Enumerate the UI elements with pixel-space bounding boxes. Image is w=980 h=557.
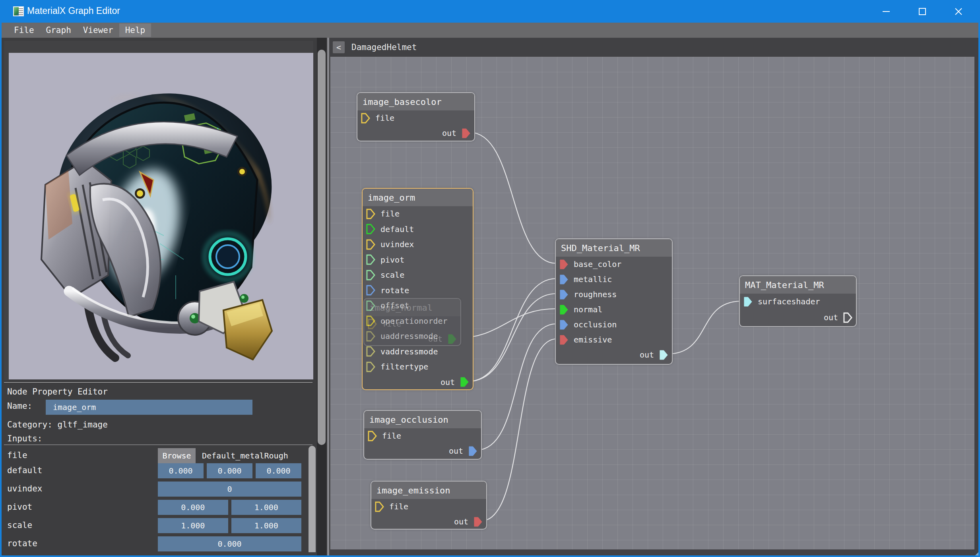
inputs-scrollbar[interactable]: [309, 446, 316, 552]
node-pin-icon[interactable]: [361, 113, 370, 124]
node-port-scale[interactable]: scale: [363, 267, 473, 283]
input-row-fields-uvindex: 0: [158, 482, 301, 497]
graph-node-image_normal[interactable]: image_normalfileout: [363, 298, 461, 346]
node-pin-icon[interactable]: [375, 501, 384, 512]
close-button[interactable]: [945, 0, 972, 23]
node-pin-icon[interactable]: [659, 350, 668, 360]
node-port-surfaceshader[interactable]: surfaceshader: [740, 294, 856, 309]
value-field[interactable]: 0.000: [158, 463, 204, 478]
menu-file[interactable]: File: [8, 23, 40, 37]
graph-node-MAT_Material_MR[interactable]: MAT_Material_MRsurfaceshaderout: [739, 275, 857, 327]
node-pin-icon[interactable]: [366, 239, 375, 250]
node-pin-icon[interactable]: [368, 431, 377, 441]
category-label: Category: gltf_image: [7, 420, 108, 429]
graph-node-SHD_Material_MR[interactable]: SHD_Material_MRbase_colormetallicroughne…: [555, 238, 673, 365]
value-field[interactable]: 0.000: [256, 463, 301, 478]
window-resize-grip[interactable]: [974, 551, 980, 557]
node-port-occlusion[interactable]: occlusion: [556, 317, 672, 332]
node-pin-icon[interactable]: [743, 296, 753, 307]
port-label: out: [640, 350, 654, 360]
node-port-out[interactable]: out: [357, 126, 474, 141]
input-row-fields-rotate: 0.000: [158, 536, 301, 551]
node-pin-icon[interactable]: [559, 259, 569, 270]
node-title[interactable]: SHD_Material_MR: [556, 239, 672, 257]
node-pin-icon[interactable]: [559, 289, 569, 300]
node-port-out[interactable]: out: [363, 375, 473, 390]
render-viewport-3d[interactable]: [9, 53, 313, 379]
node-pin-icon[interactable]: [366, 362, 375, 372]
node-title[interactable]: image_emission: [371, 482, 486, 499]
node-port-file[interactable]: file: [371, 499, 486, 514]
node-port-file[interactable]: file: [364, 428, 481, 443]
browse-button[interactable]: Browse: [158, 448, 196, 463]
node-port-uvindex[interactable]: uvindex: [363, 237, 473, 252]
value-field[interactable]: 0: [158, 482, 301, 497]
value-field[interactable]: 1.000: [231, 500, 302, 515]
node-pin-icon[interactable]: [559, 319, 569, 330]
graph-canvas[interactable]: image_basecolorfileoutimage_ormfiledefau…: [330, 57, 974, 549]
node-port-base_color[interactable]: base_color: [556, 257, 672, 272]
node-title[interactable]: image_basecolor: [357, 93, 474, 110]
value-field[interactable]: 0.000: [158, 500, 228, 515]
value-field[interactable]: 1.000: [158, 518, 228, 533]
value-field[interactable]: 1.000: [231, 518, 302, 533]
graph-node-image_orm[interactable]: image_ormfiledefaultuvindexpivotscalerot…: [362, 188, 474, 390]
node-port-out[interactable]: out: [364, 331, 460, 346]
node-port-pivot[interactable]: pivot: [363, 252, 473, 268]
node-port-rotate[interactable]: rotate: [363, 283, 473, 298]
node-pin-icon[interactable]: [366, 254, 375, 265]
node-pin-icon[interactable]: [460, 377, 469, 387]
node-pin-icon[interactable]: [559, 274, 569, 285]
menu-help[interactable]: Help: [119, 23, 151, 37]
node-port-default[interactable]: default: [363, 222, 473, 237]
node-pin-icon[interactable]: [366, 270, 375, 280]
node-pin-icon[interactable]: [366, 209, 375, 219]
node-pin-icon[interactable]: [448, 334, 457, 344]
node-port-file[interactable]: file: [363, 206, 473, 222]
node-pin-icon[interactable]: [368, 319, 377, 329]
node-port-out[interactable]: out: [740, 309, 856, 325]
node-port-file[interactable]: file: [364, 316, 460, 331]
node-port-roughness[interactable]: roughness: [556, 287, 672, 302]
node-title[interactable]: image_occlusion: [364, 411, 481, 428]
wire: [476, 324, 557, 450]
node-port-out[interactable]: out: [371, 514, 486, 529]
node-port-filtertype[interactable]: filtertype: [363, 359, 473, 375]
value-field[interactable]: 0.000: [158, 536, 301, 551]
value-field[interactable]: 0.000: [207, 463, 252, 478]
menu-graph[interactable]: Graph: [40, 23, 77, 37]
property-editor-title: Node Property Editor: [7, 387, 108, 396]
node-title[interactable]: image_orm: [363, 189, 473, 206]
node-port-emissive[interactable]: emissive: [556, 332, 672, 347]
node-pin-icon[interactable]: [559, 335, 569, 345]
port-label: pivot: [380, 255, 404, 265]
graph-node-image_emission[interactable]: image_emissionfileout: [371, 481, 487, 530]
node-title[interactable]: image_normal: [364, 299, 460, 316]
node-port-metallic[interactable]: metallic: [556, 272, 672, 287]
graph-node-image_basecolor[interactable]: image_basecolorfileout: [357, 92, 475, 141]
node-title[interactable]: MAT_Material_MR: [740, 276, 856, 294]
left-panel-scrollbar-thumb[interactable]: [318, 50, 326, 445]
left-panel-scrollbar-track[interactable]: [317, 38, 326, 555]
maximize-button[interactable]: [909, 0, 936, 23]
graph-node-image_occlusion[interactable]: image_occlusionfileout: [363, 410, 482, 460]
node-pin-icon[interactable]: [366, 285, 375, 296]
node-pin-icon[interactable]: [366, 346, 375, 357]
menu-viewer[interactable]: Viewer: [77, 23, 119, 37]
node-pin-icon[interactable]: [468, 446, 477, 456]
minimize-button[interactable]: [873, 0, 900, 23]
node-port-out[interactable]: out: [364, 443, 481, 458]
breadcrumb-back-button[interactable]: <: [333, 41, 345, 53]
node-pin-icon[interactable]: [559, 304, 569, 315]
panel-divider: [4, 382, 312, 383]
node-pin-icon[interactable]: [843, 312, 852, 323]
port-label: out: [441, 377, 455, 387]
name-input[interactable]: image_orm: [46, 400, 252, 415]
node-port-file[interactable]: file: [357, 110, 474, 126]
node-pin-icon[interactable]: [462, 128, 471, 139]
node-port-out[interactable]: out: [556, 347, 672, 362]
name-label: Name:: [7, 401, 32, 411]
node-pin-icon[interactable]: [474, 516, 483, 527]
node-pin-icon[interactable]: [366, 224, 375, 234]
node-port-normal[interactable]: normal: [556, 302, 672, 317]
